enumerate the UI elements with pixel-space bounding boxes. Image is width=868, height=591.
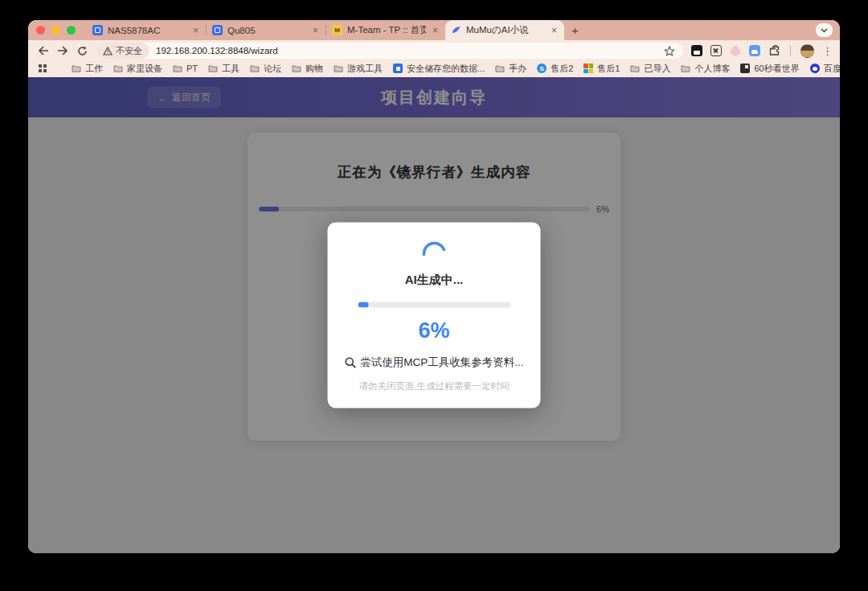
extensions-puzzle-button[interactable] (768, 45, 780, 57)
new-tab-button[interactable]: + (564, 23, 586, 37)
bookmark-folder-imported[interactable]: 已导入 (630, 63, 670, 75)
bookmark-60s-world[interactable]: 60秒看世界 (740, 63, 799, 75)
bookmark-label: 家里设备 (127, 63, 162, 75)
bookmark-folder-work[interactable]: 工作 (72, 63, 103, 75)
bookmark-folder-tools[interactable]: 工具 (208, 63, 240, 75)
folder-icon (208, 64, 218, 73)
mumu-favicon-icon (451, 25, 461, 35)
star-icon (664, 46, 675, 56)
bookmark-folder-figures[interactable]: 手办 (495, 63, 526, 75)
tab-search-button[interactable] (816, 23, 833, 37)
bookmark-label: 百度一下，你就知道 (824, 63, 840, 75)
bookmark-label: 售后2 (551, 63, 573, 75)
tab-close-icon[interactable]: × (550, 25, 559, 36)
fullscreen-window-button[interactable] (67, 26, 76, 35)
minimize-window-button[interactable] (51, 26, 60, 35)
bookmarks-bar: 工作 家里设备 PT 工具 论坛 购物 游戏工具 安全储存您的数 (28, 61, 840, 77)
modal-progress-track (358, 302, 510, 308)
bookmark-label: 安全储存您的数据... (407, 63, 485, 75)
bookmark-label: 手办 (509, 63, 526, 75)
folder-icon (495, 64, 505, 73)
bookmark-label: 工作 (85, 63, 103, 75)
reload-button[interactable] (74, 43, 90, 59)
bookmark-baidu[interactable]: 百度一下，你就知道 (810, 63, 840, 75)
forward-arrow-icon (57, 46, 68, 55)
folder-icon (113, 64, 123, 73)
puzzle-icon (768, 45, 780, 57)
window-controls (36, 26, 76, 35)
extension-xbox-icon[interactable] (710, 45, 722, 56)
tab-close-icon[interactable]: × (191, 25, 200, 36)
bookmark-star-button[interactable] (658, 46, 681, 56)
folder-icon (681, 64, 690, 73)
bookmark-aftersales-2[interactable]: S 售后2 (537, 63, 573, 75)
modal-progress-fill (358, 302, 368, 308)
reload-icon (77, 46, 88, 56)
bookmark-label: 已导入 (644, 63, 670, 75)
bookmark-label: 游戏工具 (347, 63, 383, 75)
browser-toolbar: 不安全 192.168.200.132:8848/wizard (28, 40, 840, 61)
tab-title: NAS5878AC (108, 26, 186, 35)
modal-progress-percent: 6% (344, 318, 525, 343)
bookmark-label: 购物 (305, 63, 323, 75)
extension-cloud-icon[interactable] (749, 45, 760, 56)
bookmark-label: 60秒看世界 (754, 63, 799, 75)
close-window-button[interactable] (36, 26, 45, 35)
bookmark-folder-pt[interactable]: PT (173, 64, 198, 73)
menu-button[interactable]: ⋮ (822, 45, 833, 57)
address-bar[interactable]: 不安全 192.168.200.132:8848/wizard (96, 43, 683, 59)
back-arrow-icon (38, 46, 49, 55)
tab-title: MuMuのAI小说 (466, 24, 545, 36)
tab-title: Qu805 (227, 26, 306, 35)
nas-favicon-icon (92, 25, 103, 35)
folder-icon (250, 64, 260, 73)
ai-generating-modal: AI生成中... 6% 尝试使用MCP工具收集参考资料... 请勿关闭页面,生成… (328, 223, 541, 408)
microsoft-favicon-icon (583, 64, 593, 73)
tab-mumu-active[interactable]: MuMuのAI小说 × (445, 20, 564, 40)
folder-icon (334, 64, 343, 73)
url-text: 192.168.200.132:8848/wizard (156, 46, 658, 55)
tab-close-icon[interactable]: × (431, 25, 440, 36)
extension-panda-icon[interactable] (691, 45, 702, 56)
tab-title: M-Team - TP :: 首页 - Powere (347, 24, 426, 36)
bookmark-aftersales-1[interactable]: 售后1 (583, 63, 620, 75)
back-button[interactable] (35, 43, 51, 59)
bookmark-folder-home-devices[interactable]: 家里设备 (113, 63, 162, 75)
bookmark-label: 个人博客 (694, 63, 730, 75)
tab-qu805[interactable]: Qu805 × (207, 20, 326, 40)
warning-triangle-icon (103, 47, 113, 55)
modal-status-text: 尝试使用MCP工具收集参考资料... (360, 355, 523, 370)
spinner-icon (420, 240, 448, 261)
tab-strip: NAS5878AC × Qu805 × M M-Team - TP :: 首页 … (28, 20, 840, 40)
profile-avatar[interactable] (800, 44, 814, 58)
extension-flower-icon[interactable] (730, 45, 741, 56)
apps-grid-icon[interactable] (38, 64, 47, 73)
security-label: 不安全 (116, 45, 142, 57)
bookmark-folder-game-tools[interactable]: 游戏工具 (334, 63, 383, 75)
mteam-favicon-icon: M (332, 25, 342, 35)
folder-icon (173, 64, 182, 73)
forward-button[interactable] (55, 43, 71, 59)
bookmark-folder-blog[interactable]: 个人博客 (681, 63, 730, 75)
web-page: ← 返回首页 项目创建向导 正在为《镜界行者》生成内容 6% (28, 77, 840, 553)
bookmark-label: 售后1 (597, 63, 620, 75)
bookmark-folder-forum[interactable]: 论坛 (250, 63, 281, 75)
bookmark-label: 工具 (222, 63, 240, 75)
s-favicon-icon: S (537, 64, 547, 73)
folder-icon (630, 64, 640, 73)
extensions-area: ⋮ (691, 44, 833, 58)
baidu-favicon-icon (810, 64, 820, 73)
bookmark-secure-storage[interactable]: 安全储存您的数据... (393, 63, 485, 75)
browser-window: NAS5878AC × Qu805 × M M-Team - TP :: 首页 … (28, 20, 840, 553)
tab-mteam[interactable]: M M-Team - TP :: 首页 - Powere × (326, 20, 445, 40)
bookmark-label: 论坛 (264, 63, 281, 75)
bookmark-label: PT (186, 64, 198, 73)
tab-close-icon[interactable]: × (311, 25, 320, 36)
magnifier-icon (344, 356, 356, 368)
desktop: NAS5878AC × Qu805 × M M-Team - TP :: 首页 … (0, 0, 868, 591)
bookmark-folder-shopping[interactable]: 购物 (292, 63, 323, 75)
security-chip[interactable]: 不安全 (96, 43, 149, 59)
folder-icon (292, 64, 301, 73)
modal-status-line: 尝试使用MCP工具收集参考资料... (344, 355, 525, 370)
tab-nas[interactable]: NAS5878AC × (87, 20, 206, 40)
